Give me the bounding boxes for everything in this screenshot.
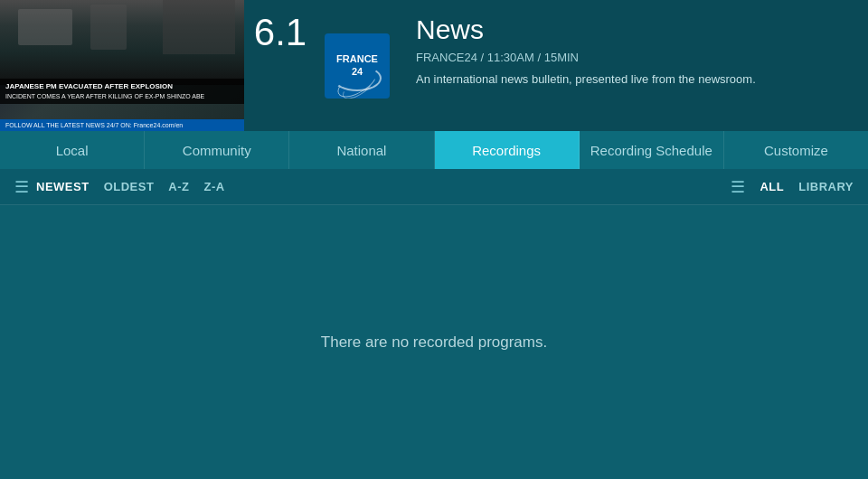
ticker-text: FOLLOW ALL THE LATEST NEWS 24/7 ON: Fran… xyxy=(5,122,239,128)
sort-bar: ☰ NEWEST OLDEST A-Z Z-A ☰ ALL LIBRARY xyxy=(0,169,868,205)
channel-logo: FRANCE 24 xyxy=(325,33,390,99)
filter-right: ☰ ALL LIBRARY xyxy=(731,177,854,197)
sort-oldest[interactable]: OLDEST xyxy=(104,180,155,193)
program-duration: 15MIN xyxy=(544,51,579,64)
thumbnail-image: JAPANESE PM EVACUATED AFTER EXPLOSION IN… xyxy=(0,0,244,131)
headline-text: JAPANESE PM EVACUATED AFTER EXPLOSION xyxy=(5,82,239,91)
tab-recording-schedule[interactable]: Recording Schedule xyxy=(580,131,724,169)
filter-icon-right[interactable]: ☰ xyxy=(731,177,745,197)
tab-customize[interactable]: Customize xyxy=(724,131,868,169)
top-section: JAPANESE PM EVACUATED AFTER EXPLOSION IN… xyxy=(0,0,868,131)
thumbnail-ticker: FOLLOW ALL THE LATEST NEWS 24/7 ON: Fran… xyxy=(0,119,244,131)
sort-az[interactable]: A-Z xyxy=(168,180,189,193)
subheadline-text: INCIDENT COMES A YEAR AFTER KILLING OF E… xyxy=(5,92,239,100)
sort-newest[interactable]: NEWEST xyxy=(36,180,90,193)
content-area: There are no recorded programs. xyxy=(0,205,868,479)
channel-number: 6.1 xyxy=(244,0,316,131)
thumbnail-headline: JAPANESE PM EVACUATED AFTER EXPLOSION IN… xyxy=(0,79,244,104)
sort-za[interactable]: Z-A xyxy=(204,180,225,193)
channel-logo-area: FRANCE 24 xyxy=(316,0,398,131)
sort-icon-left[interactable]: ☰ xyxy=(14,177,29,197)
thumbnail-crowd xyxy=(0,0,244,85)
meta-separator-2: / xyxy=(537,51,543,64)
program-title: News xyxy=(416,14,850,45)
program-thumbnail[interactable]: JAPANESE PM EVACUATED AFTER EXPLOSION IN… xyxy=(0,0,244,131)
nav-tabs: Local Community National Recordings Reco… xyxy=(0,131,868,169)
channel-logo-text: FRANCE 24 xyxy=(336,53,378,77)
tab-community[interactable]: Community xyxy=(145,131,289,169)
no-recordings-message: There are no recorded programs. xyxy=(321,333,547,352)
tab-recordings[interactable]: Recordings xyxy=(435,131,580,169)
tab-national[interactable]: National xyxy=(289,131,434,169)
filter-library[interactable]: LIBRARY xyxy=(798,180,854,193)
program-time: 11:30AM xyxy=(487,51,534,64)
program-info: News FRANCE24 / 11:30AM / 15MIN An inter… xyxy=(398,0,868,131)
filter-all[interactable]: ALL xyxy=(760,180,784,193)
channel-name: FRANCE24 xyxy=(416,51,477,64)
program-description: An international news bulletin, presente… xyxy=(416,71,850,88)
meta-separator-1: / xyxy=(481,51,487,64)
program-meta: FRANCE24 / 11:30AM / 15MIN xyxy=(416,51,850,64)
tab-local[interactable]: Local xyxy=(0,131,145,169)
